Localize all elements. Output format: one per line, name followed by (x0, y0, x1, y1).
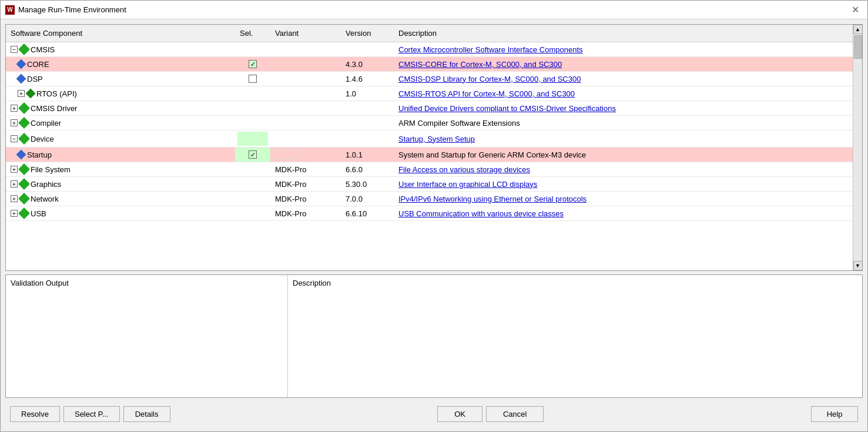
title-bar: W Manage Run-Time Environment ✕ (1, 1, 867, 19)
bottom-panels: Validation Output Description (5, 274, 863, 398)
bottom-bar-center: OK Cancel (437, 406, 544, 422)
select-p-button[interactable]: Select P... (63, 406, 120, 422)
scroll-down-button[interactable]: ▼ (853, 261, 863, 270)
title-bar-left: W Manage Run-Time Environment (5, 5, 126, 15)
expand-icon[interactable]: − (11, 46, 18, 53)
variant-cell: MDK-Pro (270, 177, 341, 191)
checkbox-checked[interactable]: ✓ (249, 150, 257, 159)
table-row[interactable]: Startup ✓ 1.0.1 System and S (6, 148, 853, 162)
sel-cell[interactable] (235, 72, 270, 86)
desc-cell[interactable]: CMSIS-RTOS API for Cortex-M, SC000, and … (394, 86, 853, 101)
version-cell (341, 42, 394, 56)
desc-cell: ARM Compiler Software Extensions (394, 116, 853, 130)
variant-cell (270, 72, 341, 86)
description-panel: Description (288, 275, 862, 397)
expand-icon[interactable]: + (18, 90, 25, 97)
component-cell: + Compiler (6, 116, 235, 130)
description-label: Description (293, 279, 857, 287)
component-cell: DSP (6, 72, 235, 86)
checkbox-unchecked[interactable] (249, 75, 257, 83)
desc-cell[interactable]: USB Communication with various device cl… (394, 206, 853, 220)
expand-icon[interactable]: − (11, 135, 18, 142)
header-version: Version (341, 27, 394, 39)
table-row[interactable]: − CMSIS Cortex Microcontroller Software … (6, 42, 853, 57)
desc-cell[interactable]: File Access on various storage devices (394, 162, 853, 176)
version-cell: 1.0.1 (341, 148, 394, 162)
table-row[interactable]: + Compiler ARM Compiler Software Extensi… (6, 116, 853, 130)
table-container: Software Component Sel. Variant Version … (6, 25, 853, 270)
sel-cell (235, 130, 270, 147)
component-cell: + RTOS (API) (6, 86, 235, 101)
component-cell: Startup (6, 148, 235, 162)
desc-cell[interactable]: Unified Device Drivers compliant to CMSI… (394, 101, 853, 115)
desc-cell[interactable]: CMSIS-CORE for Cortex-M, SC000, and SC30… (394, 57, 853, 71)
scroll-track[interactable] (854, 34, 862, 261)
bottom-bar-left: Resolve Select P... Details (10, 406, 170, 422)
expand-icon[interactable]: + (11, 180, 18, 187)
variant-cell: MDK-Pro (270, 206, 341, 220)
diamond-icon (18, 163, 30, 175)
diamond-icon (18, 178, 30, 190)
component-cell: + USB (6, 206, 235, 220)
scroll-up-button[interactable]: ▲ (853, 25, 863, 34)
components-table-panel: Software Component Sel. Variant Version … (5, 24, 863, 271)
table-row[interactable]: CORE ✓ 4.3.0 CMSIS-CORE for Cortex-M, SC… (6, 57, 853, 72)
diamond-icon (26, 89, 36, 99)
expand-icon[interactable]: + (11, 210, 18, 217)
sel-cell (235, 206, 270, 220)
variant-cell (270, 101, 341, 115)
expand-icon[interactable]: + (11, 195, 18, 202)
details-button[interactable]: Details (123, 406, 170, 422)
variant-cell (270, 57, 341, 71)
table-row[interactable]: + RTOS (API) 1.0 CMSIS-RTOS API for Cort… (6, 86, 853, 101)
table-row[interactable]: + File System MDK-Pro 6.6.0 File Access … (6, 162, 853, 177)
sel-cell[interactable]: ✓ (235, 57, 270, 71)
header-variant: Variant (270, 27, 341, 39)
desc-cell[interactable]: Startup, System Setup (394, 132, 853, 146)
expand-icon[interactable]: + (11, 166, 18, 173)
sel-cell (235, 86, 270, 101)
checkbox-checked[interactable]: ✓ (249, 60, 257, 68)
desc-cell[interactable]: CMSIS-DSP Library for Cortex-M, SC000, a… (394, 72, 853, 86)
desc-cell[interactable]: IPv4/IPv6 Networking using Ethernet or S… (394, 192, 853, 206)
scroll-thumb[interactable] (854, 35, 862, 59)
resolve-button[interactable]: Resolve (10, 406, 60, 422)
variant-cell (270, 148, 341, 162)
help-button[interactable]: Help (811, 406, 858, 422)
validation-label: Validation Output (11, 279, 283, 287)
variant-cell (270, 116, 341, 130)
variant-cell (270, 132, 341, 146)
component-cell: + File System (6, 162, 235, 176)
ok-button[interactable]: OK (437, 406, 482, 422)
sel-cell[interactable]: ✓ (235, 148, 270, 162)
table-row[interactable]: + CMSIS Driver Unified Device Drivers co… (6, 101, 853, 116)
expand-icon[interactable]: + (11, 105, 18, 112)
table-row[interactable]: + Network MDK-Pro 7.0.0 IPv4/IPv6 Networ… (6, 192, 853, 206)
variant-cell (270, 42, 341, 56)
diamond-icon (18, 193, 30, 205)
bottom-bar: Resolve Select P... Details OK Cancel He… (5, 401, 863, 427)
window-title: Manage Run-Time Environment (18, 5, 126, 14)
desc-cell[interactable]: Cortex Microcontroller Software Interfac… (394, 42, 853, 56)
desc-cell[interactable]: User Interface on graphical LCD displays (394, 177, 853, 191)
table-row[interactable]: DSP 1.4.6 CMSIS-DSP Library for Cortex-M… (6, 72, 853, 86)
close-button[interactable]: ✕ (848, 3, 863, 16)
component-cell: + CMSIS Driver (6, 101, 235, 115)
expand-icon[interactable]: + (11, 119, 18, 126)
table-row[interactable]: + Graphics MDK-Pro 5.30.0 User Interface… (6, 177, 853, 192)
diamond-icon (18, 117, 30, 129)
table-row[interactable]: + USB MDK-Pro 6.6.10 USB Communication w… (6, 206, 853, 221)
desc-cell: System and Startup for Generic ARM Corte… (394, 148, 853, 162)
app-icon: W (5, 5, 15, 15)
component-cell: CORE (6, 57, 235, 71)
cancel-button[interactable]: Cancel (486, 406, 544, 422)
sel-cell (235, 192, 270, 206)
diamond-icon (18, 43, 30, 55)
version-cell: 6.6.10 (341, 206, 394, 220)
main-content: Software Component Sel. Variant Version … (1, 19, 867, 431)
version-cell: 7.0.0 (341, 192, 394, 206)
diamond-icon (18, 102, 30, 114)
table-row[interactable]: − Device Startup, System Setup (6, 130, 853, 148)
diamond-icon (18, 207, 30, 219)
vertical-scrollbar[interactable]: ▲ ▼ (853, 25, 862, 270)
